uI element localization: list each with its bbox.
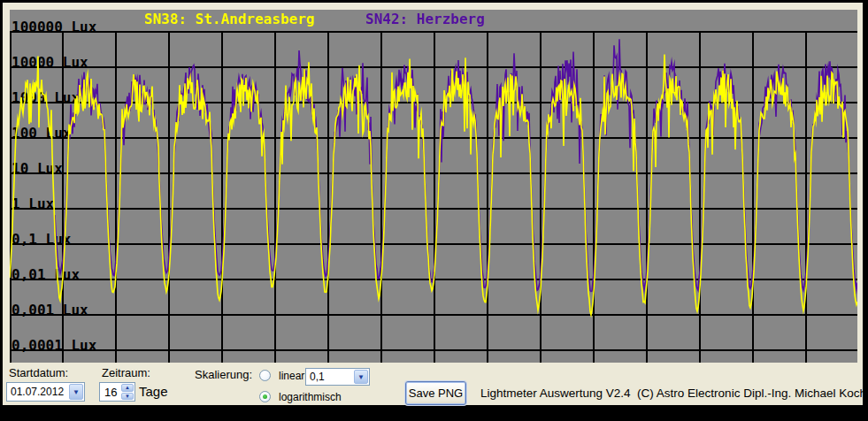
linear-radio[interactable]: [259, 370, 271, 381]
linear-threshold-combobox[interactable]: 0,1 ▼: [305, 368, 370, 386]
window-panel: 100000 Lux10000 Lux1000 Lux100 Lux10 Lux…: [3, 3, 863, 405]
copyright-text: Lightmeter Auswertung V2.4 (C) Astro Ele…: [480, 387, 866, 400]
linear-label: linear: [279, 370, 304, 382]
chart-area: 100000 Lux10000 Lux1000 Lux100 Lux10 Lux…: [10, 10, 857, 363]
zeitraum-label: Zeitraum:: [102, 366, 150, 379]
logarithmisch-label: logarithmisch: [279, 391, 342, 403]
chevron-down-icon[interactable]: ▼: [354, 370, 368, 384]
tage-label: Tage: [139, 384, 168, 399]
chart-canvas: [10, 10, 857, 363]
startdatum-value: 01.07.2012: [7, 386, 68, 398]
legend-item: SN38: St.Andreasberg: [144, 11, 315, 27]
startdatum-combobox[interactable]: 01.07.2012 ▼: [6, 382, 85, 402]
spinner-up-icon[interactable]: ▲: [121, 384, 134, 392]
logarithmisch-radio[interactable]: [259, 391, 271, 402]
legend-item: SN42: Herzberg: [365, 11, 485, 27]
zeitraum-value: 16: [100, 383, 120, 401]
linear-threshold-value: 0,1: [306, 371, 353, 383]
skalierung-label: Skalierung:: [195, 368, 252, 381]
radio-dot-icon: [263, 394, 267, 399]
chevron-down-icon[interactable]: ▼: [69, 384, 83, 400]
zeitraum-spinner[interactable]: 16 ▲ ▼: [99, 382, 135, 402]
startdatum-label: Startdatum:: [9, 366, 68, 379]
lightmeter-app-window: 100000 Lux10000 Lux1000 Lux100 Lux10 Lux…: [0, 0, 868, 421]
save-png-button[interactable]: Save PNG: [405, 381, 466, 405]
spinner-down-icon[interactable]: ▼: [121, 393, 134, 401]
